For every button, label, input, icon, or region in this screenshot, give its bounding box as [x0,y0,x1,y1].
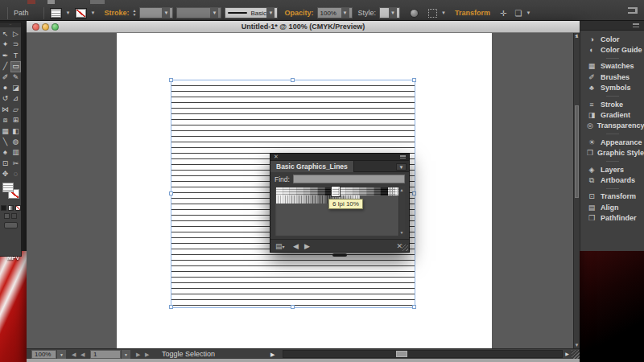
panel-button-align[interactable]: ▤Align [580,202,644,212]
draw-behind-button[interactable] [11,213,17,219]
pattern-swatch[interactable] [339,187,346,195]
find-input[interactable] [293,175,405,183]
fill-color-swatch[interactable] [50,8,62,19]
tool-type[interactable]: T [10,51,21,61]
panel-drag-handle[interactable] [332,253,347,257]
brush-definition-dropdown[interactable]: Basic ▼ [225,7,278,19]
stroke-weight-stepper[interactable]: ▲▼ [133,9,137,17]
close-window-button[interactable] [32,23,39,31]
selection-handle-mr[interactable] [412,191,416,195]
tab-basic-graphics-lines[interactable]: Basic Graphics_Lines [270,161,354,172]
pattern-swatch[interactable] [381,187,388,195]
tool-scale[interactable]: ⊿ [10,93,21,104]
scroll-up-icon[interactable]: ▲ [399,187,404,192]
color-button[interactable] [1,205,6,211]
last-artboard-icon[interactable]: ▶ [145,351,149,359]
tool-lasso[interactable]: ⊃ [10,39,21,50]
previous-artboard-icon[interactable]: ◀ [80,351,85,359]
zoom-window-button[interactable] [52,23,59,31]
panel-button-layers[interactable]: ◈Layers [580,164,644,175]
tool-paintbrush[interactable]: ✐ [0,72,10,83]
selection-handle-tm[interactable] [291,78,295,82]
next-library-icon[interactable]: ▶ [304,241,310,251]
panel-button-transparency[interactable]: ◎Transparency [580,121,644,131]
minimize-window-button[interactable] [42,23,49,31]
style-dropdown[interactable]: ▼ [379,7,400,19]
selection-handle-tl[interactable] [169,78,173,82]
status-mode-label[interactable]: Toggle Selection [162,350,215,359]
pattern-swatch[interactable] [353,187,361,195]
pattern-swatch[interactable] [290,195,297,204]
chevron-down-icon[interactable]: ▼ [525,8,531,19]
scroll-down-icon[interactable]: ▼ [399,230,404,235]
pattern-swatch[interactable] [304,187,312,195]
tool-perspective-grid[interactable]: ⊞ [10,115,21,125]
artboard-number-field[interactable]: 1 [90,350,121,359]
tool-direct-selection[interactable]: ▷ [10,29,21,39]
tool-magic-wand[interactable]: ✦ [0,39,10,50]
tool-hand[interactable]: ✥ [0,169,10,179]
fill-indicator[interactable] [2,183,14,192]
panel-button-gradient[interactable]: ◨Gradient [580,109,644,120]
tool-gradient[interactable]: ◧ [10,126,21,137]
pattern-swatch[interactable] [283,195,291,204]
pattern-swatch[interactable] [360,187,367,195]
stroke-panel-link[interactable]: Stroke: [105,9,130,17]
pattern-swatch[interactable] [297,195,304,204]
tool-symbol-sprayer[interactable]: ♠ [0,147,10,158]
chevron-down-icon[interactable]: ▼ [389,8,397,18]
artboard-dropdown-button[interactable]: ▼ [122,350,130,359]
pattern-swatch[interactable] [325,187,332,195]
first-artboard-icon[interactable]: ◀ [72,351,76,359]
chevron-down-icon[interactable]: ▼ [440,8,447,19]
tool-rectangle[interactable]: ▭ [10,61,21,72]
panel-button-transform[interactable]: ⊡Transform [580,191,644,202]
scroll-right-icon[interactable]: ▶ [563,350,572,359]
recolor-artwork-icon[interactable] [428,9,437,18]
pattern-swatch[interactable] [276,187,283,195]
chevron-down-icon[interactable]: ▼ [162,8,170,18]
opacity-link[interactable]: Opacity: [284,9,313,17]
panel-button-stroke[interactable]: ≡Stroke [580,99,644,109]
chevron-down-icon[interactable]: ▼ [210,8,218,18]
tool-shape-builder[interactable]: ⧈ [0,115,10,125]
panel-collapse-icon[interactable] [400,155,406,158]
collapse-dock-icon[interactable] [628,7,638,14]
chevron-down-icon[interactable]: ▼ [65,8,72,19]
swatch-library-panel[interactable]: ✕ Basic Graphics_Lines ▼ Find: 6 lpi 10%… [270,153,410,253]
pattern-swatch[interactable] [332,187,340,195]
none-button[interactable] [15,205,21,211]
draw-normal-button[interactable] [4,213,10,219]
panel-menu-icon[interactable]: ▼ [396,163,407,171]
pattern-swatch[interactable] [283,187,291,195]
horizontal-scroll-thumb[interactable] [396,351,407,357]
tool-free-transform[interactable]: ▱ [10,105,21,115]
window-titlebar[interactable]: Untitled-1* @ 100% (CMYK/Preview) [27,21,580,33]
dock-expand-icon[interactable]: ◂ [575,32,578,39]
tool-mesh[interactable]: ▦ [0,126,10,137]
tool-blend[interactable]: ◍ [10,137,21,147]
screen-mode-button[interactable] [4,222,18,228]
globe-icon[interactable] [410,9,419,18]
selection-handle-tr[interactable] [412,78,416,82]
stroke-color-swatch[interactable] [75,8,87,19]
opacity-dropdown[interactable]: 100% ▼ [317,7,353,19]
variable-width-dropdown[interactable]: ▼ [176,7,221,19]
zoom-dropdown-button[interactable]: ▼ [57,350,66,359]
chevron-down-icon[interactable]: ▼ [266,8,275,18]
tool-zoom[interactable]: ◌ [10,169,21,179]
tool-line-segment[interactable]: ╱ [0,61,10,72]
vertical-scrollbar[interactable]: ▲ ▼ [573,33,580,348]
panel-button-color-guide[interactable]: ◐Color Guide [580,44,644,55]
zoom-level-field[interactable]: 100% [31,350,56,359]
selection-handle-ml[interactable] [169,191,173,195]
chevron-down-icon[interactable]: ▼ [341,8,349,18]
scroll-down-icon[interactable]: ▼ [574,343,580,348]
pattern-swatch[interactable] [318,187,325,195]
close-icon[interactable]: ✕ [274,154,279,160]
arrange-icon[interactable]: ❏ [514,9,522,18]
horizontal-scrollbar[interactable] [283,350,563,358]
pattern-swatch[interactable] [311,187,318,195]
panel-button-color[interactable]: ◑Color [580,34,644,44]
pattern-swatch[interactable] [318,195,325,204]
